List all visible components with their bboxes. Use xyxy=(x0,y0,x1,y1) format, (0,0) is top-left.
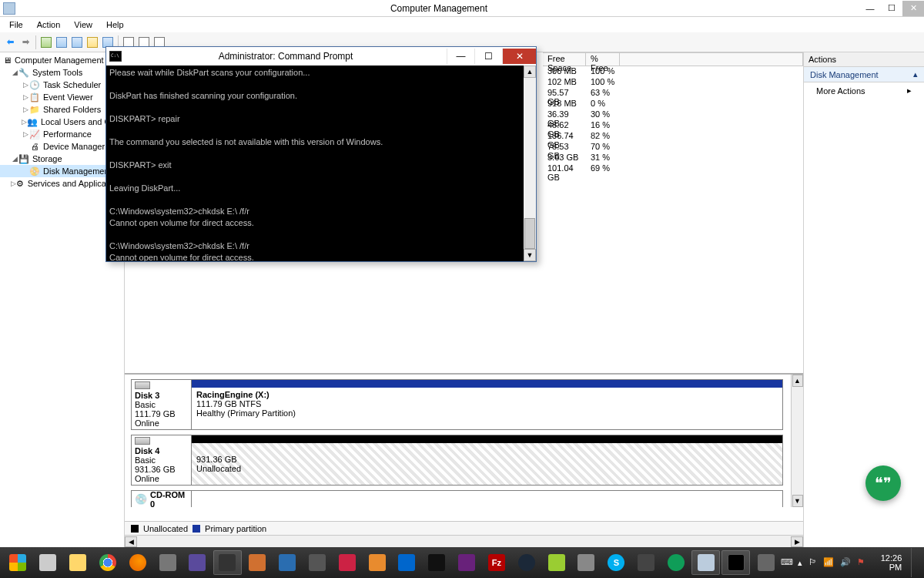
cell-pct: 100 % xyxy=(586,66,620,77)
nav-forward-button[interactable]: ➡ xyxy=(18,35,32,49)
menu-view[interactable]: View xyxy=(68,18,99,31)
center-hscrollbar[interactable]: ◀▶ xyxy=(125,535,803,547)
disk-legend: Unallocated Primary partition xyxy=(125,521,803,535)
col-spacer xyxy=(620,52,803,66)
close-button[interactable]: ✕ xyxy=(902,1,924,16)
show-desktop-button[interactable] xyxy=(911,548,916,577)
tb-vs[interactable] xyxy=(453,550,481,575)
tb-app5[interactable] xyxy=(273,550,302,575)
disk3-info: Disk 3 Basic 111.79 GB Online xyxy=(132,380,192,429)
command-prompt-window[interactable]: Administrator: Command Prompt — ☐ ✕ Plea… xyxy=(105,46,537,262)
maximize-button[interactable]: ☐ xyxy=(881,1,902,16)
disk-graphical-pane: Disk 3 Basic 111.79 GB Online RacingEngi… xyxy=(125,373,803,535)
nav-back-button[interactable]: ⬅ xyxy=(3,35,17,49)
cell-free: 306 MB xyxy=(543,66,586,77)
toolbar-btn-2[interactable] xyxy=(55,35,69,49)
actions-pane: Actions Disk Management▴ More Actions▸ xyxy=(804,52,924,547)
tb-app10[interactable] xyxy=(423,550,451,575)
tb-explorer[interactable] xyxy=(64,550,92,575)
disk-row-4[interactable]: Disk 4 Basic 931.36 GB Online 931.36 GB … xyxy=(131,435,783,486)
window-title: Computer Management xyxy=(18,3,859,14)
volume-list-header[interactable]: Free Space % Free xyxy=(543,52,803,66)
cmd-scrollbar[interactable]: ▲ ▼ xyxy=(524,66,536,261)
toolbar-btn-3[interactable] xyxy=(70,35,84,49)
menu-file[interactable]: File xyxy=(3,18,29,31)
tb-hangouts[interactable] xyxy=(662,550,691,575)
tb-app2[interactable] xyxy=(183,550,212,575)
tb-app3[interactable] xyxy=(213,550,242,575)
disk-row-3[interactable]: Disk 3 Basic 111.79 GB Online RacingEngi… xyxy=(131,379,783,430)
tb-filezilla[interactable]: Fz xyxy=(483,550,511,575)
menu-action[interactable]: Action xyxy=(31,18,67,31)
menu-help[interactable]: Help xyxy=(100,18,130,31)
toolbar-btn-1[interactable] xyxy=(39,35,53,49)
tb-app8[interactable] xyxy=(363,550,391,575)
disk-icon xyxy=(135,437,150,445)
disk-row-cd[interactable]: 💿CD-ROM 0 xyxy=(131,490,783,507)
tb-app7[interactable] xyxy=(333,550,361,575)
tb-cmd[interactable] xyxy=(721,550,750,575)
tray-network-icon[interactable]: 📶 xyxy=(823,557,834,568)
hangouts-fab[interactable]: ❝❞ xyxy=(865,465,901,501)
systray[interactable]: ⌨ ▴ 🏳 📶 🔊 ⚑ 12:26 PM xyxy=(781,548,921,577)
app-icon xyxy=(3,2,15,15)
cmd-output[interactable]: Please wait while DiskPart scans your co… xyxy=(106,66,536,261)
diskpane-scrollbar[interactable]: ▲ ▼ xyxy=(791,375,803,507)
cmd-icon xyxy=(109,51,122,62)
disk4-partition[interactable]: 931.36 GB Unallocated xyxy=(192,435,782,485)
start-button[interactable] xyxy=(4,550,32,575)
taskbar[interactable]: Fz S ⌨ ▴ 🏳 📶 🔊 ⚑ 12:26 PM xyxy=(0,547,924,578)
chevron-right-icon: ▸ xyxy=(907,86,912,96)
tb-app6[interactable] xyxy=(303,550,331,575)
disk3-partition[interactable]: RacingEngine (X:) 111.79 GB NTFS Healthy… xyxy=(192,380,782,429)
tray-flag-icon[interactable]: 🏳 xyxy=(808,557,817,568)
collapse-icon: ▴ xyxy=(913,69,918,79)
disk-icon xyxy=(135,381,150,389)
cmd-minimize-button[interactable]: — xyxy=(447,49,474,64)
tb-skype[interactable]: S xyxy=(602,550,631,575)
window-titlebar: Computer Management — ☐ ✕ xyxy=(0,0,924,17)
tray-clock[interactable]: 12:26 PM xyxy=(872,553,902,572)
cmd-close-button[interactable]: ✕ xyxy=(502,49,536,64)
tb-app12[interactable] xyxy=(632,550,661,575)
tray-volume-icon[interactable]: 🔊 xyxy=(840,557,851,568)
tb-notepadpp[interactable] xyxy=(542,550,571,575)
actions-header: Actions xyxy=(804,52,924,67)
vol-name: RacingEngine (X:) xyxy=(196,390,270,399)
disk4-info: Disk 4 Basic 931.36 GB Online xyxy=(132,435,192,485)
actions-more[interactable]: More Actions▸ xyxy=(804,82,924,99)
col-pct-free[interactable]: % Free xyxy=(586,52,620,66)
tb-app1[interactable] xyxy=(153,550,182,575)
cmd-maximize-button[interactable]: ☐ xyxy=(474,49,502,64)
cmd-title: Administrator: Command Prompt xyxy=(125,51,447,62)
toolbar-btn-4[interactable] xyxy=(85,35,99,49)
tb-server-manager[interactable] xyxy=(34,550,62,575)
col-free-space[interactable]: Free Space xyxy=(543,52,586,66)
menubar: File Action View Help xyxy=(0,17,924,32)
tb-app9[interactable] xyxy=(393,550,421,575)
tb-firefox[interactable] xyxy=(123,550,152,575)
actions-category[interactable]: Disk Management▴ xyxy=(804,67,924,82)
tb-app13[interactable] xyxy=(752,550,780,575)
tray-overflow-icon[interactable]: ▴ xyxy=(798,558,802,568)
minimize-button[interactable]: — xyxy=(859,1,881,16)
tb-steam[interactable] xyxy=(512,550,541,575)
tray-action-icon[interactable]: ⚑ xyxy=(857,557,865,568)
tb-chrome[interactable] xyxy=(94,550,122,575)
tb-app11[interactable] xyxy=(572,550,601,575)
tb-compmgmt[interactable] xyxy=(691,550,720,575)
tray-keyboard-icon[interactable]: ⌨ xyxy=(781,557,792,568)
tb-app4[interactable] xyxy=(243,550,272,575)
cmd-titlebar[interactable]: Administrator: Command Prompt — ☐ ✕ xyxy=(106,47,536,66)
